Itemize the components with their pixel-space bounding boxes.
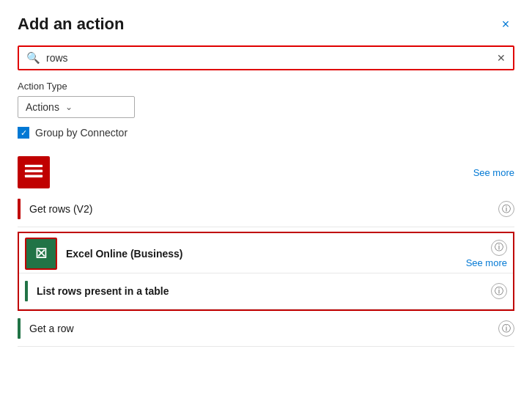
svg-rect-2 [25,170,43,172]
tows-connector-group: See more Get rows (V2) ⓘ [18,150,514,227]
green-bar-icon [25,281,28,301]
search-clear-button[interactable]: ✕ [497,52,506,64]
search-row: 🔍 ✕ [18,45,514,70]
green-bar-icon-2 [18,318,21,339]
action-type-dropdown[interactable]: Actions ⌄ [18,96,135,118]
group-by-connector-row: ✓ Group by Connector [18,127,514,139]
tows-icon-svg [20,158,48,186]
list-rows-table-info-button[interactable]: ⓘ [491,283,507,299]
tows-connector-header: See more [18,150,514,191]
close-button[interactable]: × [497,15,514,33]
excel-connector-label: Excel Online (Business) [66,248,183,260]
excel-connector-header: ☒ Excel Online (Business) ⓘ See more [19,233,513,273]
tows-connector-icon [18,156,50,188]
list-rows-table-label: List rows present in a table [37,285,169,297]
list-rows-table-left: List rows present in a table [25,281,169,301]
get-a-row-left: Get a row [18,318,74,339]
tows-icon [18,156,50,188]
action-type-label: Action Type [18,81,514,92]
dialog-header: Add an action × [18,15,514,34]
excel-right-area: ⓘ See more [466,240,507,268]
svg-rect-1 [25,165,43,167]
list-rows-table-item[interactable]: List rows present in a table ⓘ [19,273,513,309]
get-a-row-item[interactable]: Get a row ⓘ [18,311,514,347]
excel-see-more-link[interactable]: See more [466,257,507,268]
get-rows-v2-item[interactable]: Get rows (V2) ⓘ [18,191,514,227]
tows-see-more-link[interactable]: See more [473,167,514,178]
excel-row: ☒ Excel Online (Business) [25,238,183,270]
get-a-row-label: Get a row [29,323,74,334]
search-input[interactable] [46,52,497,64]
dialog-title: Add an action [18,15,124,34]
group-by-connector-checkbox[interactable]: ✓ [18,127,29,139]
get-rows-v2-info-button[interactable]: ⓘ [498,201,514,217]
red-bar-icon [18,199,21,219]
get-rows-v2-label: Get rows (V2) [29,203,92,215]
checkmark-icon: ✓ [21,128,27,138]
excel-connector-group: ☒ Excel Online (Business) ⓘ See more Lis… [18,232,514,311]
excel-icon-letter: ☒ [35,246,47,262]
add-action-dialog: Add an action × 🔍 ✕ Action Type Actions … [0,0,532,404]
svg-rect-3 [25,175,43,177]
search-icon: 🔍 [26,51,40,65]
excel-connector-icon: ☒ [25,238,57,270]
excel-connector-info-button[interactable]: ⓘ [491,240,507,256]
get-a-row-info-button[interactable]: ⓘ [498,320,514,337]
dropdown-value: Actions [26,101,59,113]
get-rows-v2-left: Get rows (V2) [18,199,92,219]
chevron-down-icon: ⌄ [65,102,73,112]
group-by-connector-label: Group by Connector [35,127,128,139]
